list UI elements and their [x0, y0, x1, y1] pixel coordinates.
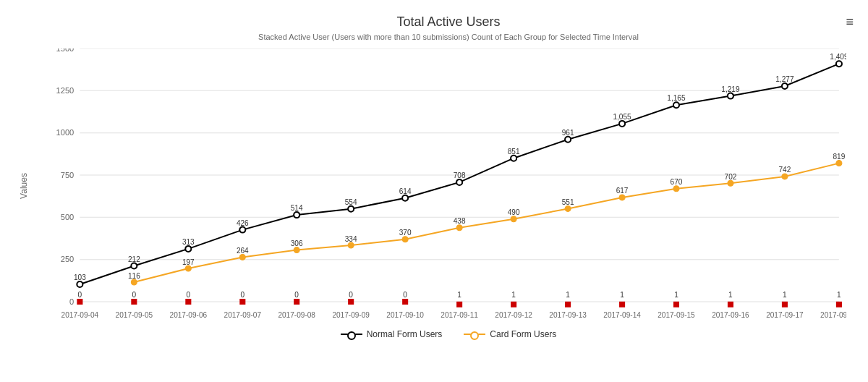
svg-text:2017-09-12: 2017-09-12	[495, 311, 532, 319]
svg-text:617: 617	[616, 187, 629, 195]
svg-text:1: 1	[457, 291, 461, 299]
svg-rect-38	[565, 302, 571, 307]
svg-text:2017-09-05: 2017-09-05	[116, 311, 153, 319]
svg-point-79	[456, 179, 462, 185]
svg-point-84	[728, 93, 733, 99]
svg-text:551: 551	[562, 198, 574, 206]
svg-text:2017-09-06: 2017-09-06	[170, 311, 208, 319]
svg-point-44	[131, 279, 137, 285]
svg-text:264: 264	[237, 247, 249, 255]
y-axis-label: Values	[19, 173, 29, 199]
svg-rect-32	[239, 299, 245, 305]
svg-text:2017-09-10: 2017-09-10	[386, 311, 424, 319]
svg-text:1: 1	[728, 291, 733, 299]
svg-point-56	[782, 174, 788, 179]
svg-text:334: 334	[345, 235, 357, 243]
svg-point-52	[565, 205, 571, 211]
svg-text:1: 1	[783, 291, 787, 299]
svg-text:961: 961	[562, 129, 574, 137]
svg-text:490: 490	[508, 208, 520, 216]
chart-area: Values 0 250 500 750 1000 1250 1500	[51, 48, 846, 323]
legend-normal-line	[341, 334, 362, 335]
svg-text:2017-09-07: 2017-09-07	[224, 311, 262, 319]
svg-point-54	[673, 186, 679, 192]
svg-text:1,055: 1,055	[613, 113, 631, 121]
svg-text:2017-09-18: 2017-09-18	[820, 311, 846, 319]
svg-text:614: 614	[399, 187, 412, 195]
svg-rect-34	[348, 299, 354, 305]
svg-point-75	[239, 227, 245, 233]
svg-point-53	[619, 195, 625, 200]
svg-text:438: 438	[454, 217, 466, 225]
svg-point-85	[782, 83, 788, 89]
svg-point-81	[565, 137, 571, 143]
chart-subtitle: Stacked Active User (Users with more tha…	[51, 33, 846, 41]
svg-text:0: 0	[69, 297, 74, 306]
svg-text:742: 742	[779, 166, 791, 174]
svg-text:750: 750	[61, 171, 75, 179]
svg-point-55	[728, 180, 733, 186]
svg-rect-39	[619, 302, 625, 307]
svg-point-80	[511, 156, 516, 161]
svg-text:1: 1	[837, 291, 841, 299]
svg-text:851: 851	[508, 148, 520, 156]
menu-icon[interactable]: ≡	[846, 14, 854, 30]
svg-point-77	[348, 206, 354, 212]
svg-text:702: 702	[725, 173, 737, 181]
svg-rect-37	[511, 302, 516, 307]
svg-text:1,409: 1,409	[830, 53, 846, 61]
svg-point-82	[619, 121, 625, 127]
svg-point-48	[348, 242, 354, 248]
svg-text:116: 116	[128, 272, 140, 280]
svg-point-46	[239, 254, 245, 260]
svg-text:500: 500	[61, 213, 75, 221]
svg-rect-35	[402, 299, 408, 305]
svg-text:2017-09-17: 2017-09-17	[766, 311, 804, 319]
svg-rect-30	[131, 299, 137, 305]
svg-text:2017-09-13: 2017-09-13	[549, 311, 587, 319]
svg-text:2017-09-11: 2017-09-11	[441, 311, 478, 319]
svg-text:2017-09-16: 2017-09-16	[712, 311, 749, 319]
chart-title: Total Active Users	[51, 14, 846, 30]
svg-text:197: 197	[182, 258, 195, 266]
svg-text:1: 1	[566, 291, 570, 299]
svg-text:2017-09-15: 2017-09-15	[658, 311, 695, 319]
svg-text:103: 103	[74, 273, 86, 281]
svg-point-72	[77, 281, 82, 287]
legend-card-line	[464, 334, 485, 335]
chart-svg: 0 250 500 750 1000 1250 1500 2017-09-04 …	[51, 48, 846, 323]
svg-text:819: 819	[833, 153, 845, 161]
svg-text:2017-09-04: 2017-09-04	[61, 311, 99, 319]
legend-card-label: Card Form Users	[490, 329, 556, 339]
svg-text:250: 250	[61, 255, 75, 263]
svg-rect-33	[294, 299, 299, 305]
svg-text:1: 1	[620, 291, 624, 299]
svg-text:0: 0	[403, 291, 407, 299]
svg-text:1,277: 1,277	[775, 75, 794, 83]
svg-rect-42	[782, 302, 788, 307]
svg-point-51	[511, 216, 516, 222]
svg-rect-40	[673, 302, 679, 307]
svg-text:554: 554	[345, 198, 357, 206]
svg-text:426: 426	[237, 219, 249, 227]
legend-normal-label: Normal Form Users	[367, 329, 443, 339]
svg-text:514: 514	[291, 204, 303, 212]
svg-rect-41	[728, 302, 733, 307]
svg-point-47	[294, 247, 299, 253]
svg-text:0: 0	[241, 291, 245, 299]
svg-point-74	[185, 246, 191, 252]
svg-point-76	[294, 212, 299, 218]
svg-text:212: 212	[128, 255, 140, 263]
svg-text:2017-09-08: 2017-09-08	[278, 311, 315, 319]
legend-card-users: Card Form Users	[464, 329, 556, 339]
svg-text:0: 0	[78, 291, 82, 299]
legend-normal-users: Normal Form Users	[341, 329, 443, 339]
svg-point-73	[131, 263, 137, 269]
svg-point-57	[836, 161, 842, 166]
svg-text:1: 1	[511, 291, 516, 299]
svg-text:0: 0	[294, 291, 299, 299]
svg-text:2017-09-14: 2017-09-14	[603, 311, 641, 319]
svg-text:1,165: 1,165	[667, 94, 686, 102]
svg-point-50	[456, 225, 462, 231]
svg-text:1,219: 1,219	[721, 85, 740, 93]
